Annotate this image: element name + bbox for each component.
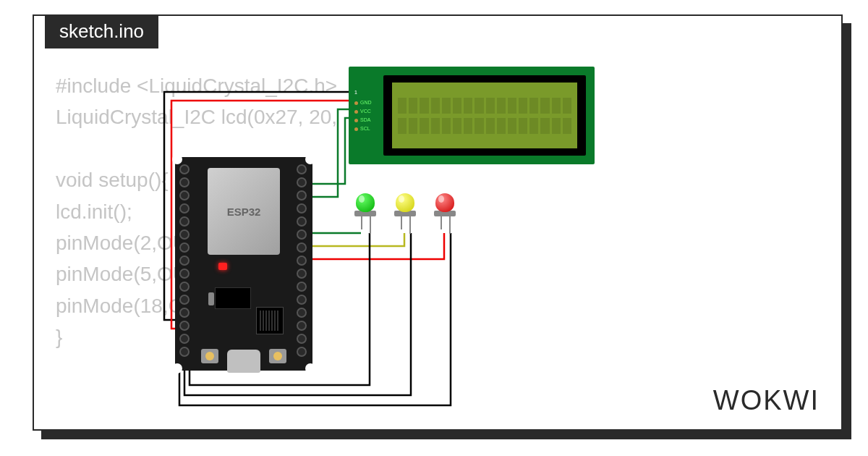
lcd-1602-i2c[interactable]: 1 GND VCC SDA SCL [349, 67, 595, 164]
lcd-screen [383, 75, 586, 156]
board-label: ESP32 [227, 206, 261, 218]
led-green[interactable] [356, 193, 376, 221]
esp32-boot-button[interactable] [201, 349, 218, 363]
esp32-board[interactable]: ESP32 [175, 157, 312, 371]
led-yellow[interactable] [396, 193, 416, 221]
led-bulb-icon [396, 193, 414, 212]
esp32-regulator-icon [215, 287, 251, 309]
esp32-pins-right [297, 164, 308, 357]
led-bulb-icon [435, 193, 454, 212]
led-red[interactable] [435, 193, 456, 221]
lcd-pin-labels: 1 GND VCC SDA SCL [354, 88, 372, 133]
led-bulb-icon [356, 193, 375, 212]
esp32-pins-left [179, 164, 191, 357]
esp32-power-led-icon [218, 263, 227, 270]
esp32-shield: ESP32 [208, 168, 280, 255]
preview-card: sketch.ino #include <LiquidCrystal_I2C.h… [33, 14, 843, 431]
esp32-usb-port-icon [227, 350, 260, 373]
wokwi-logo: WOKWI [713, 385, 820, 416]
esp32-en-button[interactable] [269, 349, 286, 363]
circuit-diagram[interactable]: ESP32 1 GND VCC SDA SCL [34, 16, 841, 429]
esp32-chip-icon [256, 307, 284, 334]
